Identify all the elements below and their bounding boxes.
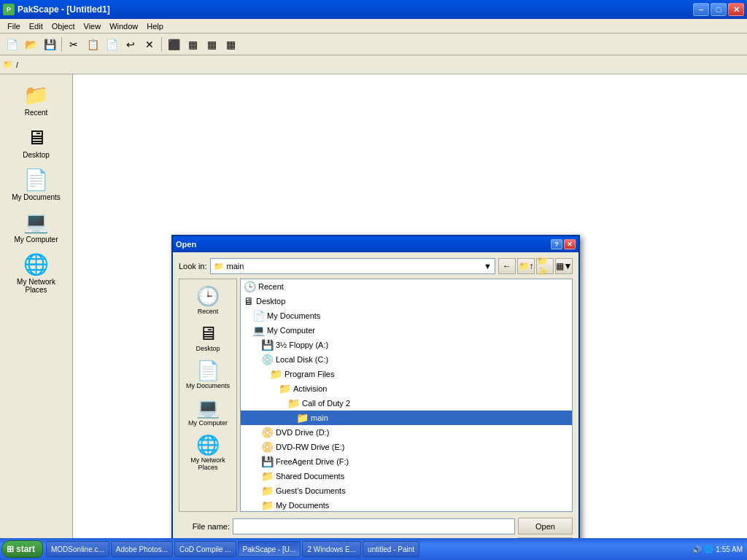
- menu-help[interactable]: Help: [142, 20, 168, 32]
- up-folder-button[interactable]: 📁↑: [517, 258, 535, 274]
- menu-view[interactable]: View: [80, 20, 106, 32]
- view-icon2[interactable]: ▦: [184, 36, 201, 53]
- sidebar-item-recent[interactable]: 📁 Recent: [4, 80, 69, 120]
- desktop-icon: 🖥: [26, 125, 47, 149]
- dialog-help-button[interactable]: ?: [551, 239, 562, 249]
- menu-object[interactable]: Object: [47, 20, 80, 32]
- save-button[interactable]: 💾: [41, 36, 58, 53]
- taskbar-item[interactable]: PakScape - [U...: [238, 541, 301, 557]
- tree-item[interactable]: 💾3½ Floppy (A:): [241, 338, 572, 352]
- menu-window[interactable]: Window: [105, 20, 142, 32]
- dialog-window-controls: ? ✕: [551, 239, 576, 249]
- mycomputer-icon: 💻: [23, 210, 49, 234]
- tree-item[interactable]: 💿Local Disk (C:): [241, 352, 572, 367]
- canvas-area[interactable]: Open ? ✕ Look in: 📁 main ▼: [73, 74, 747, 538]
- taskbar-item[interactable]: Adobe Photos...: [111, 541, 173, 557]
- open-button-dialog[interactable]: Open: [518, 518, 573, 534]
- menu-bar: File Edit Object View Window Help: [0, 19, 747, 34]
- tree-item[interactable]: 🖥Desktop: [241, 294, 572, 308]
- sidebar-item-network[interactable]: 🌐 My Network Places: [4, 249, 69, 297]
- toolbar-separator-1: [61, 37, 62, 52]
- path-separator: /: [16, 61, 18, 69]
- tray-icon-2: 🌐: [704, 545, 713, 553]
- taskbar: ⊞ start MODSonline.c...Adobe Photos...Co…: [0, 538, 747, 560]
- place-recent[interactable]: 🕒 Recent: [180, 282, 236, 318]
- tree-item[interactable]: 📁My Documents: [241, 498, 572, 512]
- tree-item[interactable]: 🕒Recent: [241, 279, 572, 294]
- tree-item-label: My Computer: [267, 326, 315, 335]
- menu-file[interactable]: File: [3, 20, 25, 32]
- tree-item-label: Guest's Documents: [276, 486, 346, 495]
- system-tray: 🔊 🌐 1:55 AM: [688, 545, 747, 553]
- tree-item[interactable]: 📁Guest's Documents: [241, 483, 572, 498]
- place-mycomputer[interactable]: 💻 My Computer: [180, 394, 236, 429]
- toolbar-separator-2: [161, 37, 162, 52]
- tree-item[interactable]: 💻My Computer: [241, 323, 572, 338]
- taskbar-item[interactable]: 2 Windows E...: [302, 541, 361, 557]
- place-desktop[interactable]: 🖥 Desktop: [180, 319, 236, 355]
- undo-button[interactable]: ↩: [122, 36, 139, 53]
- maximize-button[interactable]: □: [711, 3, 727, 16]
- places-sidebar: 🕒 Recent 🖥 Desktop 📄 My Documents: [179, 279, 237, 512]
- sidebar-item-mycomputer[interactable]: 💻 My Computer: [4, 207, 69, 246]
- address-bar: 📁 /: [0, 55, 747, 74]
- tree-item[interactable]: 📁Call of Duty 2: [241, 396, 572, 411]
- place-mydocs[interactable]: 📄 My Documents: [180, 357, 236, 392]
- tree-item-icon: 📀: [261, 427, 274, 438]
- filename-input[interactable]: [233, 518, 515, 534]
- tree-item-label: Activision: [293, 384, 327, 393]
- lookin-combo[interactable]: 📁 main ▼: [210, 258, 495, 274]
- place-mydocs-label: My Documents: [186, 382, 230, 389]
- main-area: 📁 Recent 🖥 Desktop 📄 My Documents 💻 My C…: [0, 74, 747, 538]
- view-icon1[interactable]: ⬛: [165, 36, 182, 53]
- close-button[interactable]: ✕: [728, 3, 744, 16]
- lookin-folder-icon: 📁: [214, 262, 224, 271]
- place-network[interactable]: 🌐 My Network Places: [180, 431, 236, 474]
- tree-item[interactable]: 📁Shared Documents: [241, 469, 572, 483]
- tree-item[interactable]: 📄My Documents: [241, 308, 572, 323]
- place-desktop-icon: 🖥: [198, 322, 217, 345]
- dialog-body: Look in: 📁 main ▼ ← 📁↑ 📁✨ ▦▼: [173, 252, 578, 538]
- view-icon4[interactable]: ▦: [222, 36, 239, 53]
- sidebar-item-mydocs[interactable]: 📄 My Documents: [4, 165, 69, 204]
- filename-row: File name: Open: [179, 518, 573, 534]
- tree-item[interactable]: 📁main: [241, 411, 572, 425]
- app-title: PakScape - [Untitled1]: [18, 4, 693, 15]
- views-button[interactable]: ▦▼: [555, 258, 573, 274]
- minimize-button[interactable]: –: [693, 3, 709, 16]
- taskbar-item[interactable]: CoD Compile ...: [174, 541, 236, 557]
- menu-edit[interactable]: Edit: [25, 20, 47, 32]
- recent-icon: 📁: [23, 83, 49, 107]
- tree-item[interactable]: 📁Program Files: [241, 367, 572, 381]
- mydocs-icon: 📄: [23, 168, 49, 192]
- new-button[interactable]: 📄: [3, 36, 20, 53]
- new-folder-button[interactable]: 📁✨: [536, 258, 554, 274]
- lookin-dropdown-arrow: ▼: [484, 262, 492, 271]
- start-label: start: [16, 544, 35, 554]
- tree-item[interactable]: 📁Activision: [241, 381, 572, 396]
- tree-item-label: Program Files: [285, 370, 334, 378]
- tree-item-icon: 💻: [252, 324, 265, 336]
- file-list[interactable]: 🕒Recent🖥Desktop📄My Documents💻My Computer…: [240, 279, 573, 512]
- tree-item[interactable]: 📀DVD Drive (D:): [241, 425, 572, 440]
- tree-item-label: Recent: [258, 282, 284, 291]
- taskbar-item[interactable]: untitled - Paint: [363, 541, 419, 557]
- open-button[interactable]: 📂: [22, 36, 39, 53]
- tree-item-label: FreeAgent Drive (F:): [276, 457, 349, 466]
- dialog-close-button[interactable]: ✕: [564, 239, 576, 249]
- sidebar-item-desktop[interactable]: 🖥 Desktop: [4, 122, 69, 162]
- tree-item-icon: 🖥: [244, 295, 254, 307]
- network-icon: 🌐: [23, 252, 49, 276]
- delete-button[interactable]: ✕: [141, 36, 158, 53]
- view-icon3[interactable]: ▦: [203, 36, 220, 53]
- cut-button[interactable]: ✂: [65, 36, 82, 53]
- tree-item[interactable]: 💾FreeAgent Drive (F:): [241, 454, 572, 469]
- open-dialog: Open ? ✕ Look in: 📁 main ▼: [171, 235, 580, 538]
- sidebar-recent-label: Recent: [25, 109, 48, 117]
- tree-item[interactable]: 📀DVD-RW Drive (E:): [241, 440, 572, 454]
- paste-button[interactable]: 📄: [103, 36, 120, 53]
- copy-button[interactable]: 📋: [84, 36, 101, 53]
- back-button[interactable]: ←: [498, 258, 516, 274]
- start-button[interactable]: ⊞ start: [1, 540, 43, 558]
- taskbar-item[interactable]: MODSonline.c...: [46, 541, 109, 557]
